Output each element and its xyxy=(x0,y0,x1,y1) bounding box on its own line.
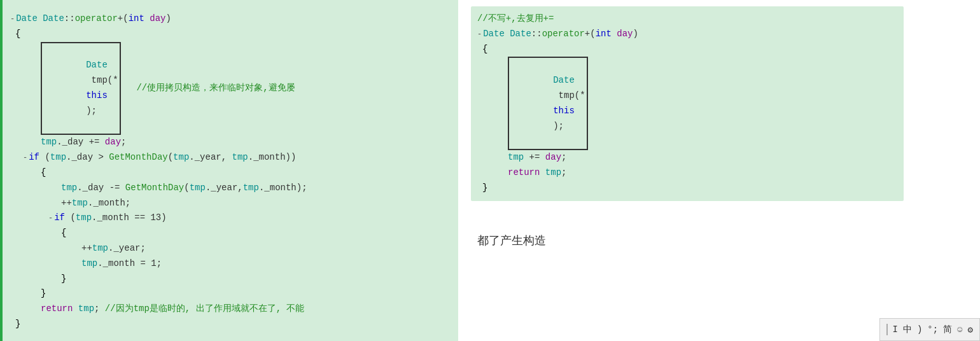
code-line-12: tmp ._month = 1; xyxy=(10,256,451,272)
code-line-13: } xyxy=(10,272,451,287)
keyword-date-1: Date xyxy=(16,11,38,27)
code-line-5: - if ( tmp ._day > GetMonthDay ( tmp ._y… xyxy=(10,150,451,165)
code-line-8: ++ tmp ._month; xyxy=(10,196,451,211)
right-panel: //不写+,去复用+= - Date Date :: operator +( i… xyxy=(458,0,980,341)
keyword-day-1: day xyxy=(144,11,166,27)
code-line-6: { xyxy=(10,165,451,181)
left-code-panel: - Date Date :: operator +( int day ) { D… xyxy=(0,0,458,341)
right-code-line-funcdef: - Date Date :: operator +( int day ) xyxy=(477,27,897,42)
right-code-brace-open: { xyxy=(477,42,897,57)
taskbar-item-chinese[interactable]: 中 xyxy=(903,324,912,335)
taskbar-item-cursor: I xyxy=(893,324,898,335)
taskbar-item-emoji[interactable]: ☺ xyxy=(957,324,962,335)
code-line-1: - Date Date :: operator +( int day ) xyxy=(10,11,451,27)
taskbar-item-paren: ) xyxy=(917,324,922,335)
code-line-9: - if ( tmp ._month == 13) xyxy=(10,211,451,226)
taskbar-item-simplified[interactable]: 简 xyxy=(943,324,952,335)
right-code-line-comment: //不写+,去复用+= xyxy=(477,11,897,27)
taskbar-item-settings[interactable]: ⚙ xyxy=(968,324,973,335)
keyword-date-2: Date xyxy=(43,11,64,27)
keyword-int-1: int xyxy=(129,11,144,27)
comment-1: //使用拷贝构造，来作临时对象,避免屡 xyxy=(126,81,295,96)
collapse-icon-1: - xyxy=(10,13,15,25)
right-highlighted-line: Date tmp(* this ); xyxy=(487,57,897,150)
code-line-15: return tmp ; //因为tmp是临时的, 出了作用域就不在了, 不能 xyxy=(10,302,451,317)
code-line-4: tmp ._day += day ; xyxy=(10,135,451,150)
taskbar-divider xyxy=(886,324,888,335)
taskbar[interactable]: I 中 ) °; 简 ☺ ⚙ xyxy=(879,318,980,341)
right-code-block: //不写+,去复用+= - Date Date :: operator +( i… xyxy=(471,6,904,201)
code-line-16: } xyxy=(10,317,451,332)
code-line-7: tmp ._day -= GetMonthDay ( tmp ._year, t… xyxy=(10,181,451,196)
code-line-11: ++ tmp ._year; xyxy=(10,241,451,256)
code-line-14: } xyxy=(10,286,451,302)
taskbar-item-degree: °; xyxy=(927,324,938,335)
chinese-description: 都了产生构造 xyxy=(471,220,980,254)
right-code-line-2: tmp += day ; xyxy=(477,150,897,165)
right-code-line-3: return tmp ; xyxy=(477,165,897,181)
right-code-brace-close: } xyxy=(477,181,897,196)
highlighted-code-2: Date tmp(* this ); xyxy=(508,57,588,150)
code-line-2: { xyxy=(10,27,451,42)
code-line-10: { xyxy=(10,226,451,241)
highlighted-code-1: Date tmp(* this ); xyxy=(41,42,121,136)
code-line-3: Date tmp(* this ); //使用拷贝构造，来作临时对象,避免屡 xyxy=(20,42,451,136)
keyword-operator-1: operator xyxy=(75,11,118,27)
